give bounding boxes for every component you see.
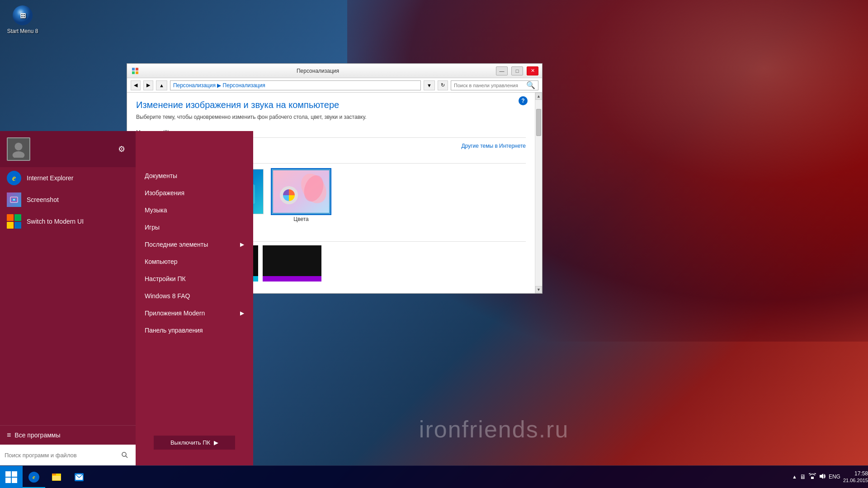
- menu-item-settings-label: Настройки ПК: [145, 275, 186, 282]
- start-right-top: [136, 131, 253, 167]
- svg-point-2: [14, 143, 22, 150]
- svg-marker-39: [820, 474, 823, 479]
- tray-network-icon[interactable]: [809, 473, 816, 481]
- up-icon: ▲: [159, 83, 164, 88]
- menu-item-computer[interactable]: Компьютер: [136, 253, 253, 270]
- start-menu: ⚙ e Internet Explorer: [0, 131, 253, 465]
- menu-item-settings[interactable]: Настройки ПК: [136, 270, 253, 287]
- svg-line-8: [126, 456, 127, 458]
- taskbar-outlook-button[interactable]: [68, 466, 90, 488]
- hc-theme-3[interactable]: [263, 245, 321, 282]
- svg-point-6: [13, 199, 15, 201]
- shutdown-label: Выключить ПК: [170, 439, 210, 446]
- forward-icon: ▶: [146, 82, 150, 88]
- menu-item-images-label: Изображения: [145, 189, 184, 197]
- shutdown-button[interactable]: Выключить ПК ▶: [154, 436, 235, 450]
- theme-colors[interactable]: Цвета: [270, 167, 332, 224]
- desktop-icon-startmenu8[interactable]: ⊞ Start Menu 8: [5, 5, 41, 34]
- start-windows-icon: [5, 471, 18, 483]
- breadcrumb[interactable]: Персонализация ▶ Персонализация: [170, 80, 421, 90]
- window-icon: [131, 66, 140, 75]
- pinned-app-screenshot[interactable]: Screenshot: [0, 189, 136, 211]
- taskbar-clock[interactable]: 17:58 21.06.2015: [843, 470, 868, 484]
- all-programs-button[interactable]: ≡ Все программы: [0, 425, 136, 445]
- svg-point-7: [122, 452, 126, 456]
- tray-hide-button[interactable]: ▲: [792, 474, 797, 479]
- menu-item-games-label: Игры: [145, 224, 160, 231]
- watermark: ironfriends.ru: [419, 416, 569, 443]
- clock-date: 21.06.2015: [843, 477, 868, 483]
- menu-item-recent[interactable]: Последние элементы ▶: [136, 236, 253, 253]
- menu-item-win8faq-label: Windows 8 FAQ: [145, 292, 190, 300]
- svg-rect-30: [12, 471, 17, 477]
- search-input[interactable]: [5, 452, 118, 459]
- screenshot-app-label: Screenshot: [27, 196, 59, 203]
- search-icon: 🔍: [526, 81, 535, 89]
- window-title: Персонализация: [143, 68, 492, 74]
- refresh-button[interactable]: ↻: [438, 80, 448, 90]
- menu-item-games[interactable]: Игры: [136, 219, 253, 236]
- scroll-down-arrow[interactable]: ▼: [535, 286, 542, 293]
- menu-item-music-label: Музыка: [145, 206, 167, 214]
- up-button[interactable]: ▲: [156, 80, 167, 90]
- menu-item-modern-apps[interactable]: Приложения Modern ▶: [136, 305, 253, 322]
- ie-app-label: Internet Explorer: [27, 174, 74, 182]
- ie-app-icon: e: [7, 171, 21, 185]
- desktop: ⊞ Start Menu 8 ironfriends.ru ⚙: [0, 0, 868, 488]
- search-button[interactable]: [118, 449, 131, 461]
- menu-item-win8faq[interactable]: Windows 8 FAQ: [136, 287, 253, 305]
- pinned-apps-list: e Internet Explorer: [0, 167, 136, 232]
- svg-text:⊞: ⊞: [20, 12, 26, 19]
- shutdown-arrow-icon: ▶: [214, 439, 218, 446]
- taskbar-explorer-icon: [51, 472, 62, 483]
- volume-icon-svg: [819, 473, 826, 479]
- svg-rect-32: [12, 478, 17, 483]
- search-bar: [0, 445, 136, 465]
- control-panel-search-input[interactable]: [454, 83, 526, 88]
- forward-button[interactable]: ▶: [143, 80, 153, 90]
- user-avatar[interactable]: [7, 137, 30, 161]
- svg-rect-10: [136, 68, 138, 70]
- taskbar: e ▲ 🖥: [0, 465, 868, 488]
- minimize-button[interactable]: —: [496, 66, 508, 75]
- menu-item-recent-arrow: ▶: [240, 241, 244, 248]
- svg-rect-38: [811, 477, 814, 479]
- start-button[interactable]: [0, 466, 23, 488]
- tray-volume-icon[interactable]: [819, 473, 826, 481]
- back-button[interactable]: ◀: [131, 80, 141, 90]
- menu-item-images[interactable]: Изображения: [136, 184, 253, 202]
- other-themes-link[interactable]: Другие темы в Интернете: [461, 143, 526, 149]
- taskbar-ie-icon: e: [28, 472, 39, 483]
- start-user-section: ⚙: [0, 131, 136, 167]
- settings-gear-button[interactable]: ⚙: [114, 142, 129, 156]
- menu-item-control-panel-label: Панель управления: [145, 327, 203, 334]
- content-scrollbar: ▲ ▼: [535, 93, 542, 293]
- scroll-thumb[interactable]: [536, 109, 541, 136]
- pinned-app-ie[interactable]: e Internet Explorer: [0, 167, 136, 189]
- pinned-app-modern-ui[interactable]: Switch to Modern UI: [0, 211, 136, 232]
- tray-lang[interactable]: ENG: [829, 474, 840, 480]
- svg-rect-29: [5, 471, 11, 477]
- clock-time: 17:58: [843, 470, 868, 478]
- hamburger-icon: ≡: [7, 431, 11, 439]
- menu-item-documents[interactable]: Документы: [136, 167, 253, 184]
- close-button[interactable]: ✕: [527, 66, 538, 75]
- menu-item-control-panel[interactable]: Панель управления: [136, 322, 253, 339]
- help-button[interactable]: ?: [519, 96, 528, 105]
- maximize-button[interactable]: □: [511, 66, 523, 75]
- menu-item-music[interactable]: Музыка: [136, 202, 253, 219]
- taskbar-explorer-button[interactable]: [45, 466, 68, 488]
- taskbar-ie-button[interactable]: e: [23, 466, 45, 488]
- svg-rect-12: [136, 71, 138, 74]
- page-heading: Изменение изображения и звука на компьют…: [136, 100, 526, 110]
- menu-item-modern-apps-arrow: ▶: [240, 310, 244, 316]
- menu-item-recent-label: Последние элементы: [145, 241, 208, 248]
- svg-rect-9: [132, 68, 135, 70]
- menu-item-computer-label: Компьютер: [145, 258, 177, 265]
- scroll-up-arrow[interactable]: ▲: [535, 93, 542, 100]
- tray-monitor-icon: 🖥: [800, 473, 806, 480]
- network-icon-svg: [809, 473, 816, 479]
- desktop-icon-label: Start Menu 8: [7, 28, 38, 34]
- dropdown-button[interactable]: ▼: [424, 80, 435, 90]
- screenshot-app-icon: [7, 192, 21, 207]
